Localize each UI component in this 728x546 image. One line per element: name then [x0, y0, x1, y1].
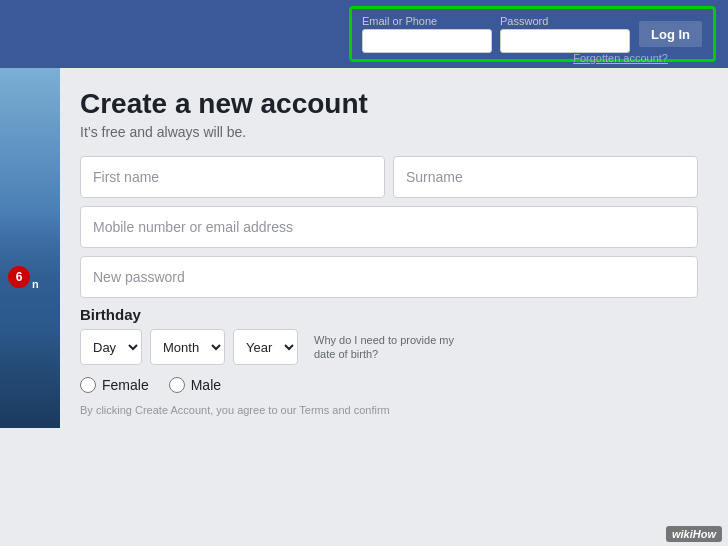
form-title: Create a new account [80, 88, 698, 120]
sidebar-image: 6 n [0, 68, 60, 428]
mobile-email-input[interactable] [80, 206, 698, 248]
surname-input[interactable] [393, 156, 698, 198]
email-row [80, 206, 698, 248]
birthday-section: Birthday Day Month Year Why do I need to… [80, 306, 698, 365]
male-label: Male [191, 377, 221, 393]
email-input[interactable] [362, 29, 492, 53]
gender-row: Female Male [80, 377, 698, 393]
birthday-row: Day Month Year Why do I need to provide … [80, 329, 698, 365]
terms-text: By clicking Create Account, you agree to… [80, 403, 698, 418]
email-label: Email or Phone [362, 15, 492, 27]
email-field-group: Email or Phone [362, 15, 492, 53]
password-field-group: Password [500, 15, 630, 53]
step-badge: 6 [8, 266, 30, 288]
birthday-label: Birthday [80, 306, 698, 323]
wikihow-prefix: wiki [672, 528, 693, 540]
login-highlight-box: Email or Phone Password Log In Forgotten… [349, 6, 716, 62]
password-row [80, 256, 698, 298]
name-row [80, 156, 698, 198]
year-select[interactable]: Year [233, 329, 298, 365]
wikihow-badge: wikiHow [666, 526, 722, 542]
birthday-why-text: Why do I need to provide my date of birt… [314, 333, 474, 362]
sidebar-step-label: n [32, 278, 39, 290]
first-name-input[interactable] [80, 156, 385, 198]
day-select[interactable]: Day [80, 329, 142, 365]
login-button[interactable]: Log In [638, 20, 703, 48]
main-content: 6 n Create a new account It’s free and a… [0, 68, 728, 428]
female-option[interactable]: Female [80, 377, 149, 393]
password-input[interactable] [500, 29, 630, 53]
registration-form: Create a new account It’s free and alway… [60, 68, 728, 428]
female-radio[interactable] [80, 377, 96, 393]
male-option[interactable]: Male [169, 377, 221, 393]
month-select[interactable]: Month [150, 329, 225, 365]
forgot-link[interactable]: Forgotten account? [573, 52, 668, 64]
female-label: Female [102, 377, 149, 393]
wikihow-suffix: How [693, 528, 716, 540]
new-password-input[interactable] [80, 256, 698, 298]
top-navigation: Email or Phone Password Log In Forgotten… [0, 0, 728, 68]
form-subtitle: It’s free and always will be. [80, 124, 698, 140]
password-label: Password [500, 15, 630, 27]
male-radio[interactable] [169, 377, 185, 393]
